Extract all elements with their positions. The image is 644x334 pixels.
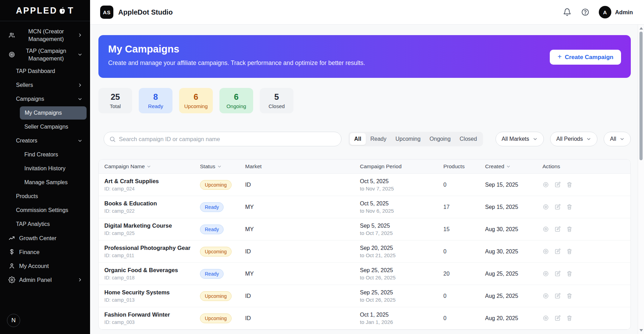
column-header-status[interactable]: Status <box>194 163 240 170</box>
tab-ready[interactable]: Ready <box>366 133 391 145</box>
delete-icon[interactable] <box>566 270 573 277</box>
delete-icon[interactable] <box>566 226 573 233</box>
table-row[interactable]: Art & Craft SuppliesID: camp_024Upcoming… <box>99 174 630 196</box>
delete-icon[interactable] <box>566 293 573 300</box>
delete-icon[interactable] <box>566 181 573 188</box>
sidebar-item-seller-campaigns[interactable]: Seller Campaigns <box>0 120 90 134</box>
help-icon[interactable] <box>581 8 590 17</box>
scrollbar-thumb[interactable] <box>639 32 643 160</box>
sidebar-item-admin-panel[interactable]: Admin Panel <box>0 273 90 287</box>
edit-icon[interactable] <box>554 181 561 188</box>
dollar-icon <box>8 249 15 255</box>
edit-icon[interactable] <box>554 204 561 211</box>
sidebar-item-commission-settings[interactable]: Commission Settings <box>0 203 90 217</box>
sidebar-item-creators[interactable]: Creators <box>0 134 90 148</box>
view-icon[interactable] <box>542 226 549 233</box>
sidebar-item-tap-analytics[interactable]: TAP Analytics <box>0 217 90 231</box>
table-row[interactable]: Digital Marketing CourseID: camp_025Read… <box>99 218 630 241</box>
sidebar-item-mcn-creator-management[interactable]: MCN (Creator Management) <box>0 25 90 45</box>
view-icon[interactable] <box>542 181 549 188</box>
dropdown-all[interactable]: All <box>604 132 631 146</box>
view-icon[interactable] <box>542 248 549 255</box>
campaign-name-cell: Digital Marketing CourseID: camp_025 <box>99 222 194 236</box>
market-cell: MY <box>240 270 354 277</box>
stat-card-total[interactable]: 25Total <box>98 88 132 113</box>
stat-card-closed[interactable]: 5Closed <box>260 88 293 113</box>
campaign-name-cell: Fashion Forward WinterID: camp_003 <box>99 311 194 325</box>
campaign-name: Fashion Forward Winter <box>104 311 194 318</box>
stat-card-upcoming[interactable]: 6Upcoming <box>179 88 213 113</box>
sidebar-item-tap-campaign-management[interactable]: TAP (Campaign Management) <box>0 45 90 64</box>
stat-label: Closed <box>268 103 285 109</box>
edit-icon[interactable] <box>554 293 561 300</box>
sidebar-item-find-creators[interactable]: Find Creators <box>0 148 90 162</box>
delete-icon[interactable] <box>566 204 573 211</box>
stat-card-ready[interactable]: 8Ready <box>139 88 172 113</box>
column-label: Market <box>245 163 261 170</box>
stat-card-ongoing[interactable]: 6Ongoing <box>219 88 253 113</box>
view-icon[interactable] <box>542 270 549 277</box>
view-icon[interactable] <box>542 315 549 322</box>
scroll-down-arrow-icon[interactable] <box>639 329 643 332</box>
market-cell: MY <box>240 226 354 233</box>
sidebar-item-finance[interactable]: Finance <box>0 245 90 259</box>
edit-icon[interactable] <box>554 248 561 255</box>
user-avatar: A <box>599 6 611 18</box>
tab-all[interactable]: All <box>350 133 366 145</box>
column-label: Products <box>443 163 465 170</box>
dropdown-all-markets[interactable]: All Markets <box>496 132 544 146</box>
campaigns-table: Campaign NameStatusMarketCampaign Period… <box>98 159 631 330</box>
table-row[interactable]: Professional Photography GearID: camp_01… <box>99 241 630 263</box>
edit-icon[interactable] <box>554 226 561 233</box>
sidebar-item-my-campaigns[interactable]: My Campaigns <box>20 106 87 120</box>
create-campaign-button[interactable]: + Create Campaign <box>550 50 621 65</box>
table-row[interactable]: Fashion Forward WinterID: camp_003Upcomi… <box>99 307 630 329</box>
table-row[interactable]: Organic Food & BeveragesID: camp_018Read… <box>99 263 630 285</box>
products-cell: 20 <box>438 271 480 277</box>
page-title: My Campaigns <box>108 43 621 55</box>
search-box <box>104 132 341 146</box>
sidebar-item-my-account[interactable]: My Account <box>0 259 90 273</box>
delete-icon[interactable] <box>566 315 573 322</box>
nextjs-badge[interactable]: N <box>7 314 20 327</box>
column-header-created[interactable]: Created <box>480 163 537 170</box>
workspace-title: AppleDot Studio <box>118 8 173 16</box>
products-cell: 0 <box>438 315 480 321</box>
tab-closed[interactable]: Closed <box>455 133 482 145</box>
stat-label: Ongoing <box>226 103 246 109</box>
status-badge: Upcoming <box>200 180 232 190</box>
period-end: to Oct 26, 2025 <box>360 297 438 303</box>
sidebar-item-invitation-history[interactable]: Invitation History <box>0 162 90 176</box>
sidebar-item-campaigns[interactable]: Campaigns <box>0 92 90 106</box>
dropdown-label: All <box>610 136 616 142</box>
delete-icon[interactable] <box>566 248 573 255</box>
notifications-bell-icon[interactable] <box>563 8 572 17</box>
user-menu[interactable]: A Admin <box>599 6 633 18</box>
table-row[interactable]: Books & EducationID: camp_022ReadyMYOct … <box>99 196 630 218</box>
sidebar-item-manage-samples[interactable]: Manage Samples <box>0 176 90 189</box>
vertical-scrollbar[interactable] <box>638 25 644 334</box>
column-header-campaign-name[interactable]: Campaign Name <box>99 163 194 170</box>
sidebar-item-tap-dashboard[interactable]: TAP Dashboard <box>0 64 90 78</box>
dropdown-all-periods[interactable]: All Periods <box>550 132 597 146</box>
sidebar-item-growth-center[interactable]: Growth Center <box>0 231 90 245</box>
create-campaign-label: Create Campaign <box>565 54 613 61</box>
tab-upcoming[interactable]: Upcoming <box>391 133 425 145</box>
stat-value: 6 <box>234 92 239 102</box>
sidebar-item-label: Campaigns <box>16 96 44 102</box>
stat-label: Ready <box>148 103 163 109</box>
scroll-up-arrow-icon[interactable] <box>639 27 643 30</box>
campaign-id: ID: camp_022 <box>104 208 194 214</box>
edit-icon[interactable] <box>554 315 561 322</box>
sidebar-item-label: Creators <box>16 138 37 144</box>
view-icon[interactable] <box>542 204 549 211</box>
tab-ongoing[interactable]: Ongoing <box>425 133 455 145</box>
view-icon[interactable] <box>542 293 549 300</box>
search-input[interactable] <box>119 136 336 142</box>
table-row[interactable]: Home Security SystemsID: camp_013Upcomin… <box>99 285 630 307</box>
sidebar-item-products[interactable]: Products <box>0 189 90 203</box>
actions-cell <box>537 248 630 255</box>
sidebar-item-sellers[interactable]: Sellers <box>0 78 90 92</box>
edit-icon[interactable] <box>554 270 561 277</box>
period-start: Sep 25, 2025 <box>360 290 438 296</box>
